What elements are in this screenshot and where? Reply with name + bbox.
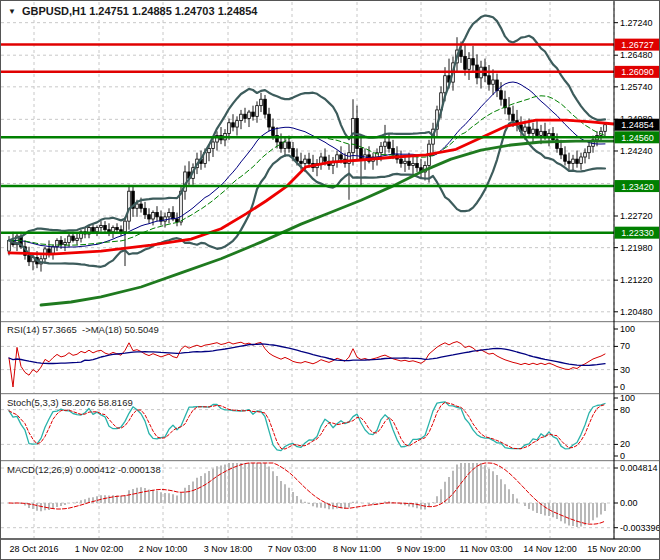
candle-body — [92, 228, 95, 232]
candle-body — [264, 99, 267, 114]
time-axis-label: 9 Nov 19:00 — [397, 544, 446, 554]
candle-body — [360, 148, 363, 159]
chart-window: 1.272401.264801.257401.249801.242401.227… — [0, 0, 660, 560]
candle-body — [308, 159, 311, 163]
candle-body — [268, 114, 271, 127]
candle-body — [104, 225, 107, 229]
time-axis-label: 11 Nov 03:00 — [460, 544, 513, 554]
time-axis-label: 7 Nov 03:00 — [268, 544, 317, 554]
candle-body — [288, 142, 291, 148]
candle-body — [400, 159, 403, 163]
candle-body — [244, 114, 247, 118]
candle-body — [412, 163, 415, 165]
price-axis-label: 1.27240 — [620, 18, 653, 28]
candle-body — [524, 127, 527, 131]
candle-body — [236, 121, 239, 127]
candle-body — [324, 157, 327, 161]
stoch-scale-label: 80 — [620, 405, 630, 415]
time-axis-label: 15 Nov 20:00 — [587, 544, 641, 554]
stoch-scale-label: 100 — [620, 393, 635, 403]
time-axis-label: 28 Oct 2016 — [9, 544, 58, 554]
candle-body — [52, 247, 55, 253]
candle-body — [292, 148, 295, 157]
candle-body — [408, 161, 411, 165]
symbol-dropdown-icon[interactable]: ▼ — [8, 7, 16, 16]
candle-body — [144, 208, 147, 214]
price-axis-label: 1.21980 — [620, 243, 653, 253]
candle-body — [260, 99, 263, 105]
time-axis-label: 1 Nov 02:00 — [75, 544, 124, 554]
candle-body — [64, 243, 67, 245]
candle-body — [136, 204, 139, 208]
candle-body — [100, 225, 103, 227]
candle-body — [168, 213, 171, 217]
candle-body — [300, 161, 303, 163]
candle-body — [564, 155, 567, 161]
candle-body — [112, 228, 115, 232]
candle-body — [284, 142, 287, 148]
macd-scale-label: -0.003396 — [620, 523, 660, 533]
candle-body — [232, 123, 235, 127]
candle-body — [340, 155, 343, 159]
candle-body — [380, 146, 383, 152]
candle-body — [588, 146, 591, 152]
candle-body — [576, 159, 579, 163]
candle-body — [140, 204, 143, 208]
candle-body — [208, 148, 211, 152]
candle-body — [580, 157, 583, 163]
candle-body — [584, 153, 587, 157]
current-price-box-label: 1.24854 — [621, 120, 654, 130]
level-price-box-label: 1.26727 — [621, 40, 654, 50]
price-axis-label: 1.20480 — [620, 307, 653, 317]
candle-body — [72, 236, 75, 240]
candle-body — [176, 219, 179, 222]
stoch-scale-label: 0 — [620, 451, 625, 461]
rsi-scale-label: 100 — [620, 324, 635, 334]
candle-body — [384, 142, 387, 146]
time-axis-label: 2 Nov 10:00 — [139, 544, 188, 554]
candle-body — [528, 127, 531, 133]
candle-body — [240, 114, 243, 120]
level-price-box-label: 1.24560 — [621, 133, 654, 143]
candle-body — [388, 142, 391, 148]
candle-body — [560, 148, 563, 154]
candle-body — [540, 131, 543, 135]
candle-body — [508, 108, 511, 114]
price-axis-label: 1.24240 — [620, 146, 653, 156]
candle-body — [228, 123, 231, 134]
candle-body — [512, 114, 515, 120]
candle-body — [152, 213, 155, 219]
candle-body — [68, 236, 71, 242]
time-axis-label: 14 Nov 12:00 — [523, 544, 577, 554]
candle-body — [500, 91, 503, 100]
candle-body — [464, 56, 467, 69]
price-axis-label: 1.25740 — [620, 82, 653, 92]
candle-body — [48, 249, 51, 253]
macd-scale-label: 0.004814 — [620, 463, 658, 473]
chart-canvas[interactable]: 1.272401.264801.257401.249801.242401.227… — [1, 1, 660, 560]
candle-body — [472, 59, 475, 65]
candle-body — [304, 159, 307, 163]
macd-scale-label: 0.00 — [620, 498, 638, 508]
level-price-box-label: 1.23420 — [621, 182, 654, 192]
stoch-scale-label: 20 — [620, 439, 630, 449]
time-axis-label: 3 Nov 18:00 — [204, 544, 253, 554]
candle-body — [212, 142, 215, 148]
price-axis-label: 1.21220 — [620, 275, 653, 285]
candle-body — [156, 213, 159, 217]
candle-body — [404, 161, 407, 163]
candle-body — [532, 129, 535, 133]
level-price-box-label: 1.26090 — [621, 67, 654, 77]
candle-body — [56, 240, 59, 246]
candle-body — [536, 129, 539, 135]
candle-body — [128, 191, 131, 221]
candle-body — [416, 163, 419, 167]
rsi-scale-label: 30 — [620, 365, 630, 375]
candle-body — [568, 161, 571, 163]
candle-body — [96, 228, 99, 232]
candle-body — [256, 106, 259, 117]
time-axis-label: 8 Nov 11:00 — [333, 544, 381, 554]
candle-body — [116, 228, 119, 230]
candle-body — [572, 159, 575, 163]
candle-body — [492, 80, 495, 84]
